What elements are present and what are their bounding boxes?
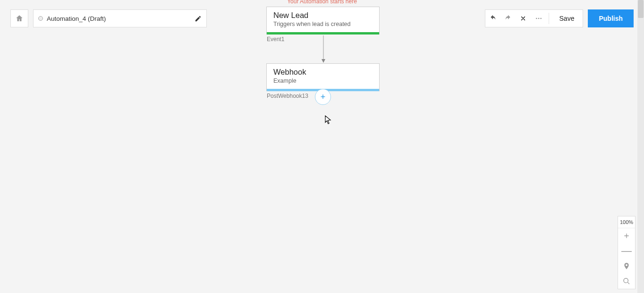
node-trigger-subtitle: Triggers when lead is created — [273, 21, 373, 27]
canvas[interactable]: New Lead Triggers when lead is created E… — [0, 0, 644, 293]
node-trigger-title: New Lead — [273, 11, 373, 20]
node-trigger-event-label: Event1 — [267, 36, 284, 43]
vertical-scrollbar-thumb[interactable] — [638, 0, 644, 18]
node-action-event-label: PostWebhook13 — [267, 93, 308, 99]
node-action-inner: Webhook Example — [267, 64, 379, 89]
node-trigger-bar — [267, 32, 379, 34]
app-root: Your Automation starts here Automation_4… — [0, 0, 644, 293]
svg-marker-4 — [322, 59, 325, 63]
cursor-pointer — [325, 115, 331, 125]
node-trigger-inner: New Lead Triggers when lead is created — [267, 7, 379, 32]
zoom-fit-button[interactable] — [618, 259, 635, 274]
add-step-button[interactable]: + — [315, 89, 331, 105]
plus-icon: + — [321, 92, 326, 102]
magnifier-icon — [623, 277, 630, 285]
node-action-webhook[interactable]: Webhook Example PostWebhook13 — [266, 63, 380, 91]
zoom-in-icon — [623, 232, 630, 240]
vertical-scrollbar[interactable] — [637, 0, 644, 293]
node-action-title: Webhook — [273, 68, 373, 77]
connector-1 — [321, 35, 326, 64]
pin-icon — [623, 262, 630, 270]
zoom-panel: 100% — — [618, 216, 636, 289]
zoom-search-button[interactable] — [618, 274, 635, 289]
node-action-subtitle: Example — [273, 78, 373, 84]
zoom-out-button[interactable]: — — [618, 243, 635, 259]
zoom-in-button[interactable] — [618, 228, 635, 243]
zoom-level: 100% — [618, 216, 635, 228]
node-trigger[interactable]: New Lead Triggers when lead is created E… — [266, 7, 380, 34]
